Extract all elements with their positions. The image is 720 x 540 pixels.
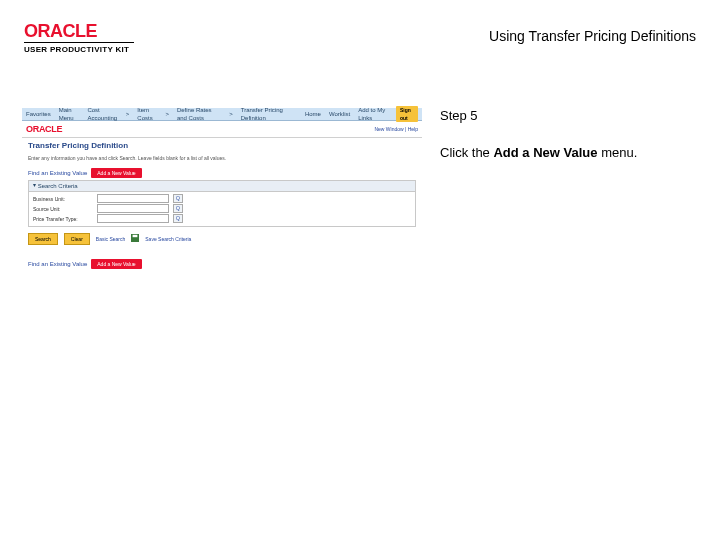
topnav-item[interactable]: Item Costs bbox=[137, 106, 157, 122]
field-business-unit: Business Unit: Q bbox=[33, 194, 411, 203]
app-window: Favorites Main Menu Cost Accounting > It… bbox=[22, 108, 422, 271]
topnav-addfav[interactable]: Add to My Links bbox=[358, 106, 388, 122]
step-label: Step 5 bbox=[440, 108, 700, 123]
save-search-link[interactable]: Save Search Criteria bbox=[145, 235, 191, 243]
topnav-item[interactable]: Favorites bbox=[26, 110, 51, 118]
basic-search-link[interactable]: Basic Search bbox=[96, 235, 125, 243]
footer-add-new-value[interactable]: Add a New Value bbox=[91, 259, 141, 269]
tab-row: Find an Existing Value Add a New Value bbox=[28, 168, 416, 178]
oracle-wordmark: ORACLE bbox=[24, 22, 144, 40]
tab-find-existing[interactable]: Find an Existing Value bbox=[28, 169, 87, 177]
input-price-transfer-type[interactable] bbox=[97, 214, 169, 223]
lookup-icon[interactable]: Q bbox=[173, 194, 183, 203]
instr-suffix: menu. bbox=[598, 145, 638, 160]
svg-rect-1 bbox=[133, 235, 138, 237]
save-icon bbox=[131, 234, 139, 244]
instr-bold: Add a New Value bbox=[493, 145, 597, 160]
topnav-item[interactable]: Cost Accounting bbox=[87, 106, 117, 122]
footer-find-existing[interactable]: Find an Existing Value bbox=[28, 260, 87, 268]
search-criteria-box: ▾ Search Criteria Business Unit: Q Sourc… bbox=[28, 180, 416, 227]
app-content: Transfer Pricing Definition Enter any in… bbox=[22, 138, 422, 271]
product-name: USER PRODUCTIVITY KIT bbox=[24, 45, 144, 54]
search-button[interactable]: Search bbox=[28, 233, 58, 245]
app-oracle-logo: ORACLE bbox=[26, 125, 62, 133]
search-criteria-header[interactable]: ▾ Search Criteria bbox=[29, 181, 415, 192]
signout-button[interactable]: Sign out bbox=[396, 106, 418, 122]
app-topnav: Favorites Main Menu Cost Accounting > It… bbox=[22, 108, 422, 121]
input-business-unit[interactable] bbox=[97, 194, 169, 203]
topnav-home[interactable]: Home bbox=[305, 110, 321, 118]
app-header-row: ORACLE New Window | Help bbox=[22, 121, 422, 138]
topnav-item[interactable]: Define Rates and Costs bbox=[177, 106, 221, 122]
brand-rule bbox=[24, 42, 134, 43]
footer-tab-row: Find an Existing Value Add a New Value bbox=[28, 259, 416, 269]
instr-prefix: Click the bbox=[440, 145, 493, 160]
topnav-item[interactable]: Transfer Pricing Definition bbox=[241, 106, 289, 122]
label-price-transfer-type: Price Transfer Type: bbox=[33, 215, 93, 223]
screenshot-panel: Favorites Main Menu Cost Accounting > It… bbox=[22, 108, 422, 271]
app-page-desc: Enter any information you have and click… bbox=[28, 154, 416, 162]
topnav-item[interactable]: Main Menu bbox=[59, 106, 80, 122]
field-price-transfer-type: Price Transfer Type: Q bbox=[33, 214, 411, 223]
label-source-unit: Source Unit: bbox=[33, 205, 93, 213]
page-title: Using Transfer Pricing Definitions bbox=[489, 28, 696, 44]
lookup-icon[interactable]: Q bbox=[173, 204, 183, 213]
search-button-row: Search Clear Basic Search Save Search Cr… bbox=[28, 233, 416, 245]
clear-button[interactable]: Clear bbox=[64, 233, 90, 245]
app-page-title: Transfer Pricing Definition bbox=[28, 142, 416, 150]
label-business-unit: Business Unit: bbox=[33, 195, 93, 203]
tab-add-new-value[interactable]: Add a New Value bbox=[91, 168, 141, 178]
field-source-unit: Source Unit: Q bbox=[33, 204, 411, 213]
lookup-icon[interactable]: Q bbox=[173, 214, 183, 223]
brand-block: ORACLE USER PRODUCTIVITY KIT bbox=[24, 22, 144, 54]
search-criteria-title: Search Criteria bbox=[38, 183, 78, 189]
instruction-panel: Step 5 Click the Add a New Value menu. bbox=[440, 108, 700, 161]
input-source-unit[interactable] bbox=[97, 204, 169, 213]
app-header-links[interactable]: New Window | Help bbox=[374, 125, 418, 133]
topnav-worklist[interactable]: Worklist bbox=[329, 110, 350, 118]
step-instruction: Click the Add a New Value menu. bbox=[440, 145, 700, 161]
